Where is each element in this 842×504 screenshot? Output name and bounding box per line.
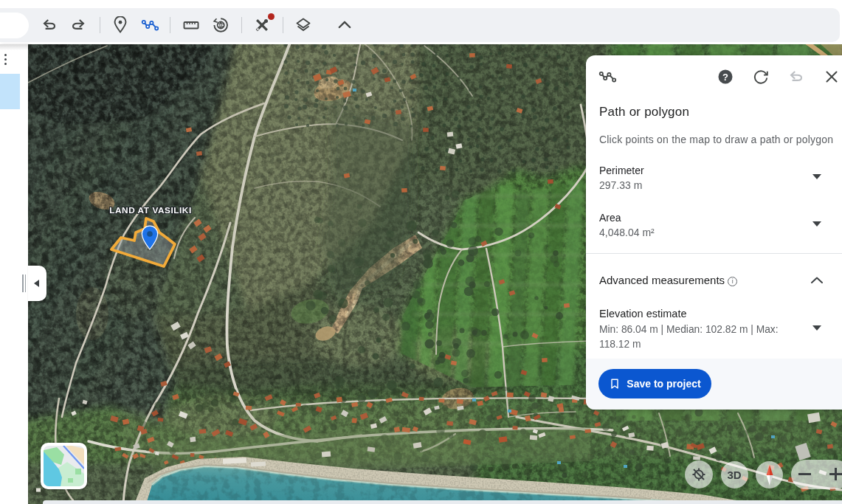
svg-text:LAND AT VASILIKI: LAND AT VASILIKI [109, 205, 191, 215]
svg-text:?: ? [722, 72, 728, 83]
